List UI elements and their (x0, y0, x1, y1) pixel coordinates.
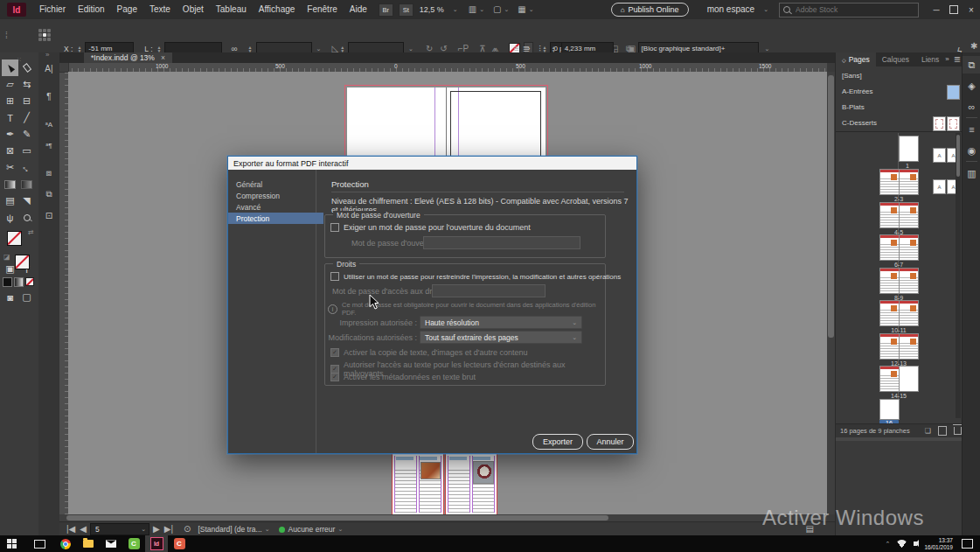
section-compression[interactable]: Compression (228, 190, 323, 201)
stroke-swatch[interactable] (15, 255, 30, 269)
screen-mode-icon[interactable]: ▢ (493, 5, 501, 14)
stock-search-input[interactable] (794, 4, 902, 15)
paragraph-panel-icon[interactable]: ¶ (38, 87, 59, 105)
apply-color-icon[interactable] (3, 277, 12, 287)
page-thumbnail-3[interactable] (899, 169, 919, 195)
align-left-icon[interactable]: ≡ (514, 45, 519, 53)
last-page-icon[interactable]: ▶| (164, 525, 173, 534)
section-avance[interactable]: Avancé (228, 201, 323, 213)
page-thumbnail-16[interactable] (879, 399, 900, 420)
layers-panel-icon[interactable]: ◈ (963, 77, 980, 94)
stepper-icon[interactable]: ▲▼ (340, 45, 344, 52)
tab-calques[interactable]: Calques (876, 52, 915, 66)
open-password-input[interactable] (423, 236, 580, 249)
chrome-taskbar-icon[interactable] (54, 535, 77, 552)
task-view-button[interactable] (28, 535, 51, 552)
next-page-icon[interactable]: ▶ (153, 525, 160, 534)
workspace-switcher[interactable]: mon espace (701, 0, 761, 19)
recipe-spread[interactable] (393, 449, 443, 514)
page-label[interactable]: 1 (890, 163, 925, 169)
reference-point-widget[interactable] (38, 29, 51, 41)
scissors-tool[interactable]: ✂ (2, 159, 18, 176)
edit-page-size-icon[interactable]: ❏ (925, 428, 931, 435)
apply-none-icon[interactable] (25, 277, 34, 286)
indesign-taskbar-icon[interactable]: Id (145, 535, 168, 552)
export-button[interactable]: Exporter (532, 434, 583, 450)
default-fill-stroke-icon[interactable]: ◪ (3, 254, 10, 261)
content-placer-tool[interactable]: ⊟ (18, 93, 35, 109)
fill-swatch[interactable] (7, 231, 22, 246)
swatches-panel-icon[interactable]: ◉ (963, 142, 980, 159)
menu-aide[interactable]: Aide (344, 0, 373, 19)
page-number-input[interactable] (94, 524, 132, 535)
menu-edition[interactable]: Edition (72, 0, 111, 19)
gradient-swatch-tool[interactable] (2, 176, 18, 192)
stock-button[interactable]: St (399, 3, 414, 17)
page-number-box[interactable]: ⌄ (90, 523, 149, 535)
page-thumbnail-11[interactable] (899, 300, 919, 326)
page-label[interactable]: 2-3 (881, 196, 916, 202)
content-collector-tool[interactable]: ⊞ (2, 93, 18, 109)
view-options-icon[interactable]: ▥ (469, 5, 476, 14)
camtasia-taskbar-icon[interactable]: C (122, 535, 145, 552)
page-thumbnail-8[interactable] (879, 268, 900, 294)
file-explorer-taskbar-icon[interactable] (77, 535, 100, 552)
selection-tool[interactable] (2, 59, 18, 76)
close-tab-icon[interactable]: × (161, 53, 165, 62)
dialog-title-bar[interactable]: Exporter au format PDF interactif (228, 157, 636, 170)
recorder-taskbar-icon[interactable]: C (168, 535, 191, 552)
master-row[interactable]: C-Desserts A A (836, 115, 969, 130)
recipe-spread[interactable] (446, 449, 497, 514)
paragraph-styles-panel-icon[interactable]: ᵃ¶ (38, 136, 59, 154)
preflight-icon[interactable]: ⊙ (184, 525, 191, 534)
control-panel-gear-icon[interactable]: ✱ (970, 42, 977, 51)
distribute-icon[interactable]: ⫶ (539, 45, 541, 53)
menu-page[interactable]: Page (111, 0, 143, 19)
apply-gradient-icon[interactable] (14, 277, 24, 287)
swap-fill-stroke-icon[interactable]: ⇄ (28, 229, 34, 236)
cancel-button[interactable]: Annuler (587, 434, 634, 450)
print-allowed-dropdown[interactable]: Haute résolution⌄ (420, 316, 582, 329)
minimize-button[interactable]: ─ (928, 0, 945, 19)
preview-mode-icon[interactable]: ▢ (18, 290, 35, 304)
gradient-feather-tool[interactable] (18, 176, 35, 192)
rotate-180-icon[interactable]: ⌐P (458, 45, 469, 53)
network-icon[interactable] (897, 540, 907, 548)
constrain-proportions-icon[interactable]: ∞ (231, 45, 237, 53)
menu-fenetre[interactable]: Fenêtre (301, 0, 343, 19)
free-transform-tool[interactable]: ↔ (18, 159, 35, 176)
page-label[interactable]: 10-11 (881, 327, 916, 333)
rotate-cw-icon[interactable]: ↻ (426, 45, 433, 53)
action-center-icon[interactable] (962, 539, 973, 549)
menu-texte[interactable]: Texte (143, 0, 177, 19)
master-row[interactable]: [Sans] (836, 68, 969, 83)
page-thumbnail-5[interactable] (899, 202, 919, 228)
mail-taskbar-icon[interactable] (100, 535, 122, 552)
page-label[interactable]: 6-7 (881, 262, 916, 268)
collapse-panel-icon[interactable]: » (945, 56, 949, 63)
pages-scrollbar[interactable] (956, 133, 961, 418)
preflight-profile-dropdown[interactable]: [Standard] (de tra... (198, 525, 261, 534)
page-thumbnail-1[interactable] (899, 136, 919, 162)
page-thumbnail-10[interactable] (879, 300, 900, 326)
eyedropper-tool[interactable]: ◥ (18, 192, 35, 209)
bridge-button[interactable]: Br (379, 3, 393, 17)
links-panel-icon[interactable]: ∞ (963, 98, 980, 115)
character-styles-panel-icon[interactable]: ᵃA (38, 115, 59, 133)
horizontal-scrollbar[interactable] (59, 514, 827, 521)
changes-allowed-dropdown[interactable]: Tout sauf extraire des pages⌄ (420, 331, 582, 344)
page-thumbnail-12[interactable] (879, 333, 900, 360)
arrange-documents-icon[interactable]: ▦ (518, 5, 525, 14)
direct-selection-tool[interactable] (18, 59, 35, 76)
tab-liens[interactable]: Liens (915, 52, 945, 66)
rectangle-tool[interactable]: ▭ (18, 143, 35, 159)
rotate-ccw-icon[interactable]: ↺ (440, 45, 447, 53)
publish-online-button[interactable]: ⌂ Publish Online (611, 3, 689, 17)
menu-tableau[interactable]: Tableau (210, 0, 253, 19)
object-styles-panel-icon[interactable]: ⧉ (38, 185, 59, 203)
zoom-level-dropdown[interactable]: 12,5 % (414, 0, 450, 19)
text-wrap-panel-icon[interactable]: ⧈ (38, 164, 59, 182)
master-row[interactable]: B-Plats A A (836, 100, 969, 115)
page-thumbnail-7[interactable] (899, 234, 919, 261)
gap-tool[interactable]: ⇆ (18, 76, 35, 93)
